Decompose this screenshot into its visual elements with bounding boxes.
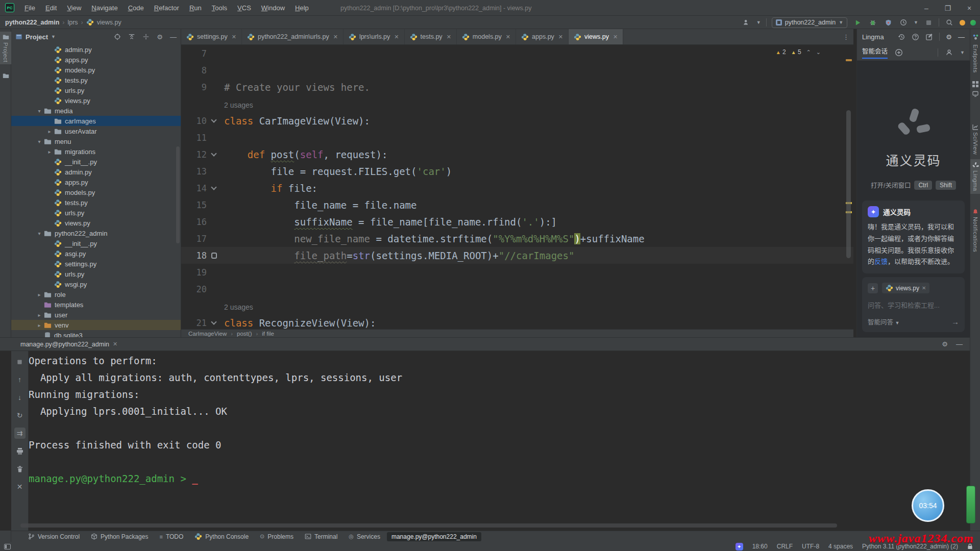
usages-hint[interactable]: 2 usages bbox=[221, 300, 253, 312]
context-file-chip[interactable]: views.py ✕ bbox=[882, 283, 929, 293]
lingma-input-card[interactable]: + views.py ✕ 问答、学习和检索工程... 智能问答 ▼ → bbox=[862, 277, 965, 332]
menu-navigate[interactable]: Navigate bbox=[87, 3, 121, 13]
close-icon[interactable]: ✕ bbox=[613, 34, 618, 40]
chevron-collapsed-icon[interactable]: ▸ bbox=[45, 129, 54, 134]
chevron-down-icon[interactable]: ▼ bbox=[51, 34, 56, 39]
fold-icon[interactable] bbox=[211, 117, 216, 122]
tab-options-icon[interactable]: ⋮ bbox=[843, 33, 849, 41]
ai-assistant-indicator-icon[interactable] bbox=[970, 20, 976, 26]
tree-item-apps-py[interactable]: apps.py bbox=[11, 55, 181, 65]
close-icon[interactable]: ✕ bbox=[922, 285, 926, 291]
tree-item-templates[interactable]: templates bbox=[11, 299, 181, 310]
stop-button[interactable] bbox=[923, 17, 934, 28]
tool-window-button-terminal[interactable]: Terminal bbox=[300, 532, 342, 541]
breadcrumb-project[interactable]: python222_admin bbox=[5, 19, 59, 26]
locate-file-icon[interactable] bbox=[114, 33, 121, 40]
tree-item-user[interactable]: ▸user bbox=[11, 310, 181, 320]
tree-item-useravatar[interactable]: ▸userAvatar bbox=[11, 126, 181, 136]
chevron-down-icon[interactable]: ▼ bbox=[960, 50, 965, 55]
fold-icon[interactable] bbox=[211, 184, 216, 190]
editor-tab-models-py[interactable]: models.py✕ bbox=[457, 29, 516, 44]
tool-window-button-python-console[interactable]: Python Console bbox=[190, 532, 253, 541]
close-icon[interactable]: × bbox=[959, 0, 980, 16]
tree-item-settings-py[interactable]: settings.py bbox=[11, 259, 181, 269]
close-icon[interactable]: ✕ bbox=[394, 34, 399, 40]
editor-tab-python222-admin-urls-py[interactable]: python222_admin\urls.py✕ bbox=[242, 29, 344, 44]
close-icon[interactable]: ✕ bbox=[14, 481, 26, 492]
down-arrow-icon[interactable]: ↓ bbox=[14, 392, 26, 403]
tree-item-db-sqlite3[interactable]: db.sqlite3 bbox=[11, 330, 181, 337]
tool-window-toggle-icon[interactable] bbox=[4, 544, 11, 549]
add-session-icon[interactable] bbox=[895, 48, 903, 57]
tree-item-asgi-py[interactable]: asgi.py bbox=[11, 248, 181, 259]
menu-refactor[interactable]: Refactor bbox=[150, 3, 183, 13]
close-icon[interactable]: ✕ bbox=[232, 34, 236, 40]
usages-hint[interactable]: 2 usages bbox=[221, 98, 253, 110]
grid-icon[interactable] bbox=[970, 81, 980, 87]
chevron-collapsed-icon[interactable]: ▸ bbox=[45, 149, 54, 155]
tree-item--init-py[interactable]: __init__.py bbox=[11, 157, 181, 167]
user-dropdown-icon[interactable] bbox=[741, 17, 751, 28]
search-everywhere-icon[interactable] bbox=[944, 17, 954, 28]
expand-settings-icon[interactable] bbox=[142, 33, 150, 40]
tree-item-venv[interactable]: ▸venv bbox=[11, 320, 181, 330]
add-context-button[interactable]: + bbox=[868, 283, 878, 293]
breadcrumb-statement[interactable]: if file bbox=[262, 331, 274, 337]
gear-icon[interactable]: ⚙ bbox=[942, 340, 948, 348]
tree-item-media[interactable]: ▾media bbox=[11, 106, 181, 116]
scrollbar-thumb[interactable] bbox=[846, 110, 851, 258]
history-icon[interactable] bbox=[898, 33, 905, 41]
tool-tab-project[interactable]: Project bbox=[0, 32, 11, 64]
profiler-button[interactable] bbox=[898, 17, 909, 28]
inspections-widget[interactable]: ▲ 2 ▲ 5 ⌃ ⌄ bbox=[776, 48, 821, 56]
tool-tab-sciview[interactable]: SciView bbox=[970, 123, 980, 155]
tree-item-urls-py[interactable]: urls.py bbox=[11, 208, 181, 218]
tree-item-menu[interactable]: ▾menu bbox=[11, 136, 181, 146]
close-icon[interactable]: ✕ bbox=[447, 34, 451, 40]
feedback-link[interactable]: 反馈 bbox=[874, 258, 888, 265]
tool-window-button-problems[interactable]: ⊙Problems bbox=[255, 532, 298, 541]
indent-style[interactable]: 4 spaces bbox=[828, 543, 853, 550]
close-icon[interactable]: ✕ bbox=[113, 341, 117, 347]
console-tab[interactable]: manage.py@python222_admin ✕ bbox=[20, 341, 117, 348]
gear-icon[interactable]: ⚙ bbox=[157, 33, 163, 41]
breadcrumb-package[interactable]: lprs bbox=[67, 19, 78, 26]
chat-input-placeholder[interactable]: 问答、学习和检索工程... bbox=[868, 300, 959, 310]
debug-button[interactable] bbox=[868, 17, 878, 28]
tree-item-tests-py[interactable]: tests.py bbox=[11, 197, 181, 208]
tree-item-views-py[interactable]: views.py bbox=[11, 218, 181, 228]
gear-icon[interactable]: ⚙ bbox=[946, 33, 952, 41]
tab-smart-session[interactable]: 智能会话 bbox=[862, 46, 888, 59]
hide-panel-icon[interactable]: — bbox=[170, 33, 177, 41]
tree-item--init-py[interactable]: __init__.py bbox=[11, 238, 181, 248]
code-editor[interactable]: 789# Create your views here.2 usages10cl… bbox=[181, 45, 853, 329]
editor-tab-apps-py[interactable]: apps.py✕ bbox=[516, 29, 569, 44]
minimize-icon[interactable]: – bbox=[916, 0, 937, 16]
timer-badge[interactable]: 03:54 bbox=[912, 489, 944, 522]
caret-position[interactable]: 18:60 bbox=[752, 543, 768, 550]
tree-item-admin-py[interactable]: admin.py bbox=[11, 44, 181, 55]
account-icon[interactable] bbox=[945, 48, 953, 56]
monitor-icon[interactable] bbox=[970, 90, 980, 97]
tree-item-python222-admin[interactable]: ▾python222_admin bbox=[11, 228, 181, 238]
tool-tab-lingma[interactable]: Lingma bbox=[970, 159, 980, 194]
file-encoding[interactable]: UTF-8 bbox=[802, 543, 819, 550]
editor-tab-tests-py[interactable]: tests.py✕ bbox=[405, 29, 457, 44]
menu-tools[interactable]: Tools bbox=[208, 3, 231, 13]
tree-item-migrations[interactable]: ▸migrations bbox=[11, 146, 181, 157]
tool-tab-notifications[interactable]: Notifications bbox=[970, 208, 980, 252]
tree-item-urls-py[interactable]: urls.py bbox=[11, 85, 181, 95]
error-stripe-mark[interactable] bbox=[846, 59, 852, 61]
send-icon[interactable]: → bbox=[951, 317, 959, 326]
editor-tab-lprs-urls-py[interactable]: lprs\urls.py✕ bbox=[344, 29, 405, 44]
help-icon[interactable] bbox=[912, 33, 919, 41]
soft-wrap-icon[interactable]: ⇉ bbox=[14, 428, 26, 439]
up-arrow-icon[interactable]: ↑ bbox=[14, 374, 26, 385]
ai-plugin-icon[interactable] bbox=[970, 34, 980, 40]
tree-item-models-py[interactable]: models.py bbox=[11, 65, 181, 75]
next-error-icon[interactable]: ⌄ bbox=[816, 49, 821, 56]
tree-item-views-py[interactable]: views.py bbox=[11, 95, 181, 106]
menu-window[interactable]: Window bbox=[257, 3, 289, 13]
tool-window-button-todo[interactable]: ≡TODO bbox=[155, 532, 188, 541]
menu-file[interactable]: File bbox=[20, 3, 39, 13]
